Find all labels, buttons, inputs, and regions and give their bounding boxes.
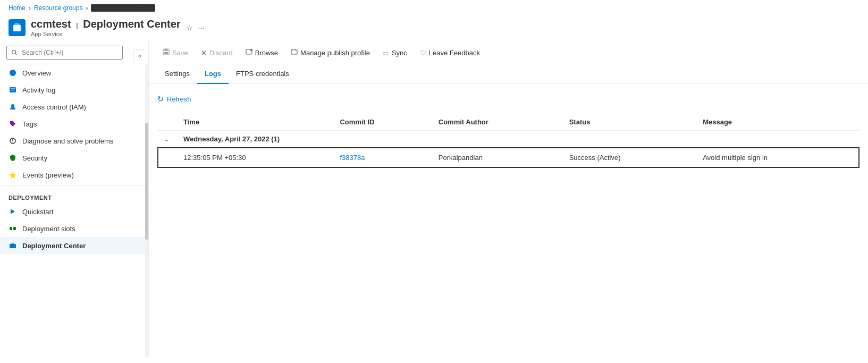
breadcrumb: Home › Resource groups › 270422-51-...-c…: [0, 0, 868, 16]
page-title: Deployment Center: [83, 18, 180, 30]
sidebar-item-events[interactable]: Events (preview): [0, 166, 148, 183]
feedback-icon: ♡: [420, 49, 426, 57]
save-button[interactable]: Save: [157, 46, 193, 60]
row-status: Success (Active): [563, 148, 697, 167]
main-layout: « Overview Activity log: [0, 41, 868, 357]
tab-logs[interactable]: Logs: [197, 64, 229, 84]
content-body: ↻ Refresh Time Commit ID Commit Author S…: [149, 84, 868, 357]
toolbar: Save ✕ Discard Browse Manage publish pro…: [149, 41, 868, 64]
breadcrumb-sep1: ›: [29, 4, 31, 12]
commit-id-link[interactable]: f38378a: [340, 154, 365, 162]
page-header: ccmtest | Deployment Center App Service …: [0, 16, 868, 41]
svg-rect-14: [13, 227, 16, 230]
row-time: 12:35:05 PM +05:30: [177, 148, 333, 167]
table-body: ⌄ Wednesday, April 27, 2022 (1) 12:35:05…: [158, 131, 859, 168]
feedback-button[interactable]: ♡ Leave Feedback: [415, 46, 485, 60]
page-subtitle: App Service: [31, 31, 181, 37]
security-icon: [9, 154, 17, 162]
sidebar-label-deployment-slots: Deployment slots: [22, 225, 75, 233]
log-table: Time Commit ID Commit Author Status Mess…: [157, 114, 859, 168]
sidebar-item-tags[interactable]: Tags: [0, 115, 148, 132]
col-status: Status: [563, 114, 697, 131]
col-message: Message: [696, 114, 859, 131]
breadcrumb-resource-groups[interactable]: Resource groups: [34, 4, 82, 12]
deployment-center-icon: [9, 241, 17, 250]
sidebar-item-diagnose[interactable]: Diagnose and solve problems: [0, 132, 148, 149]
sidebar-divider: [0, 185, 148, 186]
search-input[interactable]: [6, 46, 123, 60]
sidebar-item-activity-log[interactable]: Activity log: [0, 81, 148, 98]
save-label: Save: [172, 49, 188, 57]
col-chevron: [158, 114, 177, 131]
sidebar-section-deployment: Deployment: [0, 188, 148, 203]
tags-icon: [9, 120, 17, 128]
sidebar-search-container: [0, 41, 129, 64]
refresh-button[interactable]: ↻ Refresh: [157, 92, 191, 105]
overview-icon: [9, 69, 17, 77]
sidebar-search-row: «: [0, 41, 148, 64]
manage-publish-button[interactable]: Manage publish profile: [285, 46, 375, 60]
tab-ftps[interactable]: FTPS credentials: [229, 64, 297, 84]
sidebar-label-diagnose: Diagnose and solve problems: [22, 137, 113, 145]
resource-icon: [9, 19, 26, 36]
sidebar-scrollbar-thumb[interactable]: [145, 123, 148, 240]
favorite-icon[interactable]: ☆: [186, 23, 193, 32]
activity-log-icon: [9, 86, 17, 94]
sidebar-item-deployment-center[interactable]: Deployment Center: [0, 237, 148, 254]
deployment-slots-icon: [9, 224, 17, 233]
quickstart-icon: [9, 207, 17, 216]
page-header-text: ccmtest | Deployment Center App Service: [31, 18, 181, 37]
sync-icon: ⚏: [383, 49, 389, 57]
resource-name: ccmtest: [31, 18, 71, 30]
iam-icon: [9, 103, 17, 111]
group-label: Wednesday, April 27, 2022 (1): [177, 131, 859, 148]
content-area: Save ✕ Discard Browse Manage publish pro…: [149, 41, 868, 357]
svg-rect-16: [11, 243, 14, 246]
sidebar-collapse-button[interactable]: «: [133, 49, 146, 62]
col-commit-id: Commit ID: [333, 114, 432, 131]
table-row[interactable]: 12:35:05 PM +05:30 f38378a Porkaipandian…: [158, 148, 859, 167]
sidebar-item-deployment-slots[interactable]: Deployment slots: [0, 220, 148, 237]
row-chevron: [158, 148, 177, 167]
svg-rect-13: [10, 227, 12, 230]
row-commit-id: f38378a: [333, 148, 432, 167]
breadcrumb-home[interactable]: Home: [9, 4, 26, 12]
manage-publish-label: Manage publish profile: [300, 49, 370, 57]
sidebar-item-overview[interactable]: Overview: [0, 64, 148, 81]
discard-button[interactable]: ✕ Discard: [196, 46, 238, 60]
sidebar-label-iam: Access control (IAM): [22, 103, 86, 111]
sidebar-label-tags: Tags: [22, 120, 37, 128]
browse-button[interactable]: Browse: [240, 46, 283, 60]
col-time: Time: [177, 114, 333, 131]
row-message: Avoid multiple sign in: [696, 148, 859, 167]
svg-point-3: [10, 70, 16, 76]
browse-icon: [246, 48, 252, 57]
sidebar-item-iam[interactable]: Access control (IAM): [0, 98, 148, 115]
breadcrumb-sep2: ›: [86, 4, 88, 12]
sidebar-label-activity-log: Activity log: [22, 86, 55, 94]
browse-label: Browse: [255, 49, 278, 57]
sidebar-nav: Overview Activity log Access control (IA…: [0, 64, 148, 357]
save-icon: [163, 48, 170, 57]
sync-button[interactable]: ⚏ Sync: [377, 46, 412, 60]
svg-marker-12: [11, 209, 15, 214]
svg-rect-18: [165, 49, 168, 51]
col-commit-author: Commit Author: [432, 114, 563, 131]
breadcrumb-masked: 270422-51-...-ccmtest: [91, 4, 155, 12]
tab-settings[interactable]: Settings: [157, 64, 197, 84]
table-header: Time Commit ID Commit Author Status Mess…: [158, 114, 859, 131]
svg-rect-21: [291, 50, 297, 54]
refresh-icon: ↻: [157, 95, 164, 103]
svg-marker-11: [9, 172, 16, 179]
log-group-header[interactable]: ⌄ Wednesday, April 27, 2022 (1): [158, 131, 859, 148]
svg-rect-19: [164, 52, 168, 54]
sync-label: Sync: [392, 49, 407, 57]
sidebar-label-security: Security: [22, 154, 47, 162]
discard-icon: ✕: [201, 49, 207, 57]
sidebar-item-security[interactable]: Security: [0, 149, 148, 166]
sidebar-label-quickstart: Quickstart: [22, 208, 54, 216]
group-chevron: ⌄: [158, 131, 177, 148]
more-options-icon[interactable]: ···: [198, 23, 205, 32]
sidebar-item-quickstart[interactable]: Quickstart: [0, 203, 148, 220]
discard-label: Discard: [209, 49, 233, 57]
